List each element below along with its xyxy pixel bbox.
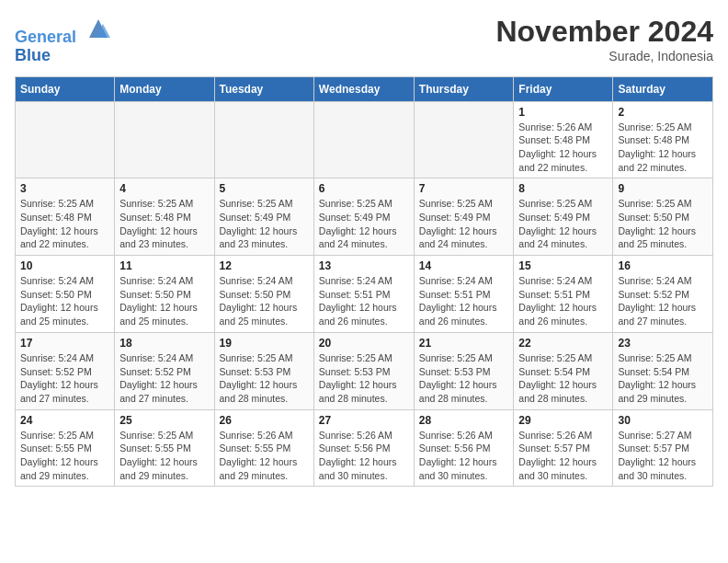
- calendar-cell: 5Sunrise: 5:25 AM Sunset: 5:49 PM Daylig…: [214, 178, 313, 256]
- day-info: Sunrise: 5:25 AM Sunset: 5:53 PM Dayligh…: [220, 351, 309, 406]
- calendar-cell: 26Sunrise: 5:26 AM Sunset: 5:55 PM Dayli…: [214, 409, 313, 487]
- day-number: 22: [518, 337, 608, 350]
- calendar-cell: 16Sunrise: 5:24 AM Sunset: 5:52 PM Dayli…: [613, 256, 713, 333]
- calendar-cell: 20Sunrise: 5:25 AM Sunset: 5:53 PM Dayli…: [313, 332, 414, 409]
- calendar-week-1: 1Sunrise: 5:26 AM Sunset: 5:48 PM Daylig…: [16, 101, 713, 178]
- day-info: Sunrise: 5:27 AM Sunset: 5:57 PM Dayligh…: [618, 429, 708, 483]
- day-info: Sunrise: 5:24 AM Sunset: 5:50 PM Dayligh…: [119, 274, 209, 328]
- day-number: 1: [518, 106, 608, 119]
- calendar-cell: 9Sunrise: 5:25 AM Sunset: 5:50 PM Daylig…: [613, 178, 713, 256]
- day-number: 28: [419, 414, 509, 427]
- day-info: Sunrise: 5:25 AM Sunset: 5:53 PM Dayligh…: [419, 351, 509, 406]
- calendar-cell: 7Sunrise: 5:25 AM Sunset: 5:49 PM Daylig…: [414, 178, 514, 256]
- day-info: Sunrise: 5:24 AM Sunset: 5:52 PM Dayligh…: [119, 351, 209, 406]
- day-info: Sunrise: 5:26 AM Sunset: 5:55 PM Dayligh…: [220, 429, 309, 483]
- day-info: Sunrise: 5:26 AM Sunset: 5:57 PM Dayligh…: [518, 429, 608, 483]
- day-number: 12: [220, 259, 309, 272]
- day-info: Sunrise: 5:25 AM Sunset: 5:49 PM Dayligh…: [518, 197, 608, 251]
- calendar-cell: 22Sunrise: 5:25 AM Sunset: 5:54 PM Dayli…: [514, 332, 613, 409]
- day-number: 5: [220, 182, 309, 195]
- calendar-cell: 19Sunrise: 5:25 AM Sunset: 5:53 PM Dayli…: [214, 332, 313, 409]
- calendar-cell: [214, 101, 313, 178]
- day-info: Sunrise: 5:24 AM Sunset: 5:52 PM Dayligh…: [618, 274, 708, 328]
- logo-icon: [85, 15, 112, 42]
- day-number: 14: [419, 259, 509, 272]
- calendar-cell: 11Sunrise: 5:24 AM Sunset: 5:50 PM Dayli…: [115, 256, 214, 333]
- day-number: 17: [20, 337, 109, 350]
- month-title: November 2024: [495, 15, 713, 49]
- day-number: 20: [319, 337, 409, 350]
- calendar-cell: 21Sunrise: 5:25 AM Sunset: 5:53 PM Dayli…: [414, 332, 514, 409]
- weekday-header-sunday: Sunday: [16, 76, 115, 101]
- day-info: Sunrise: 5:25 AM Sunset: 5:49 PM Dayligh…: [220, 197, 309, 251]
- logo-text: General: [15, 15, 112, 47]
- day-info: Sunrise: 5:25 AM Sunset: 5:49 PM Dayligh…: [419, 197, 509, 251]
- calendar-cell: [16, 101, 115, 178]
- day-number: 21: [419, 337, 509, 350]
- day-number: 6: [319, 182, 409, 195]
- day-number: 23: [618, 337, 708, 350]
- day-info: Sunrise: 5:24 AM Sunset: 5:51 PM Dayligh…: [419, 274, 509, 328]
- calendar-week-2: 3Sunrise: 5:25 AM Sunset: 5:48 PM Daylig…: [16, 178, 713, 256]
- weekday-header-monday: Monday: [115, 76, 214, 101]
- day-info: Sunrise: 5:24 AM Sunset: 5:50 PM Dayligh…: [220, 274, 309, 328]
- calendar-cell: 4Sunrise: 5:25 AM Sunset: 5:48 PM Daylig…: [115, 178, 214, 256]
- day-info: Sunrise: 5:26 AM Sunset: 5:48 PM Dayligh…: [518, 121, 608, 175]
- calendar-cell: 17Sunrise: 5:24 AM Sunset: 5:52 PM Dayli…: [16, 332, 115, 409]
- calendar-cell: 25Sunrise: 5:25 AM Sunset: 5:55 PM Dayli…: [115, 409, 214, 487]
- weekday-header-wednesday: Wednesday: [313, 76, 414, 101]
- calendar-cell: [414, 101, 514, 178]
- day-number: 3: [20, 182, 109, 195]
- weekday-header-tuesday: Tuesday: [214, 76, 313, 101]
- day-info: Sunrise: 5:24 AM Sunset: 5:52 PM Dayligh…: [20, 351, 109, 406]
- day-info: Sunrise: 5:25 AM Sunset: 5:48 PM Dayligh…: [618, 121, 708, 175]
- day-info: Sunrise: 5:25 AM Sunset: 5:48 PM Dayligh…: [20, 197, 109, 251]
- location-subtitle: Surade, Indonesia: [495, 49, 713, 63]
- calendar-cell: 29Sunrise: 5:26 AM Sunset: 5:57 PM Dayli…: [514, 409, 613, 487]
- day-info: Sunrise: 5:25 AM Sunset: 5:49 PM Dayligh…: [319, 197, 409, 251]
- day-number: 25: [119, 414, 209, 427]
- day-info: Sunrise: 5:25 AM Sunset: 5:55 PM Dayligh…: [20, 429, 109, 483]
- logo-line2: Blue: [15, 47, 112, 65]
- calendar-table: SundayMondayTuesdayWednesdayThursdayFrid…: [15, 76, 713, 488]
- day-number: 4: [119, 182, 209, 195]
- calendar-cell: 3Sunrise: 5:25 AM Sunset: 5:48 PM Daylig…: [16, 178, 115, 256]
- day-number: 13: [319, 259, 409, 272]
- calendar-cell: 2Sunrise: 5:25 AM Sunset: 5:48 PM Daylig…: [613, 101, 713, 178]
- calendar-cell: 30Sunrise: 5:27 AM Sunset: 5:57 PM Dayli…: [613, 409, 713, 487]
- day-info: Sunrise: 5:24 AM Sunset: 5:50 PM Dayligh…: [20, 274, 109, 328]
- calendar-cell: 14Sunrise: 5:24 AM Sunset: 5:51 PM Dayli…: [414, 256, 514, 333]
- day-number: 27: [319, 414, 409, 427]
- day-number: 29: [518, 414, 608, 427]
- day-info: Sunrise: 5:25 AM Sunset: 5:53 PM Dayligh…: [319, 351, 409, 406]
- calendar-cell: 24Sunrise: 5:25 AM Sunset: 5:55 PM Dayli…: [16, 409, 115, 487]
- calendar-week-3: 10Sunrise: 5:24 AM Sunset: 5:50 PM Dayli…: [16, 256, 713, 333]
- calendar-cell: 1Sunrise: 5:26 AM Sunset: 5:48 PM Daylig…: [514, 101, 613, 178]
- calendar-cell: 15Sunrise: 5:24 AM Sunset: 5:51 PM Dayli…: [514, 256, 613, 333]
- calendar-cell: 23Sunrise: 5:25 AM Sunset: 5:54 PM Dayli…: [613, 332, 713, 409]
- calendar-cell: 6Sunrise: 5:25 AM Sunset: 5:49 PM Daylig…: [313, 178, 414, 256]
- day-number: 2: [618, 106, 708, 119]
- day-number: 24: [20, 414, 109, 427]
- calendar-week-5: 24Sunrise: 5:25 AM Sunset: 5:55 PM Dayli…: [16, 409, 713, 487]
- calendar-header-row: SundayMondayTuesdayWednesdayThursdayFrid…: [16, 76, 713, 101]
- title-block: November 2024 Surade, Indonesia: [495, 15, 713, 63]
- day-number: 8: [518, 182, 608, 195]
- day-info: Sunrise: 5:25 AM Sunset: 5:50 PM Dayligh…: [618, 197, 708, 251]
- calendar-cell: 27Sunrise: 5:26 AM Sunset: 5:56 PM Dayli…: [313, 409, 414, 487]
- logo: General Blue: [15, 15, 112, 65]
- calendar-cell: 28Sunrise: 5:26 AM Sunset: 5:56 PM Dayli…: [414, 409, 514, 487]
- page-header: General Blue November 2024 Surade, Indon…: [15, 15, 713, 65]
- day-info: Sunrise: 5:26 AM Sunset: 5:56 PM Dayligh…: [419, 429, 509, 483]
- day-info: Sunrise: 5:26 AM Sunset: 5:56 PM Dayligh…: [319, 429, 409, 483]
- calendar-cell: 13Sunrise: 5:24 AM Sunset: 5:51 PM Dayli…: [313, 256, 414, 333]
- day-info: Sunrise: 5:24 AM Sunset: 5:51 PM Dayligh…: [518, 274, 608, 328]
- day-info: Sunrise: 5:25 AM Sunset: 5:48 PM Dayligh…: [119, 197, 209, 251]
- day-number: 10: [20, 259, 109, 272]
- day-number: 7: [419, 182, 509, 195]
- weekday-header-thursday: Thursday: [414, 76, 514, 101]
- calendar-week-4: 17Sunrise: 5:24 AM Sunset: 5:52 PM Dayli…: [16, 332, 713, 409]
- day-number: 18: [119, 337, 209, 350]
- calendar-cell: 12Sunrise: 5:24 AM Sunset: 5:50 PM Dayli…: [214, 256, 313, 333]
- day-info: Sunrise: 5:25 AM Sunset: 5:54 PM Dayligh…: [618, 351, 708, 406]
